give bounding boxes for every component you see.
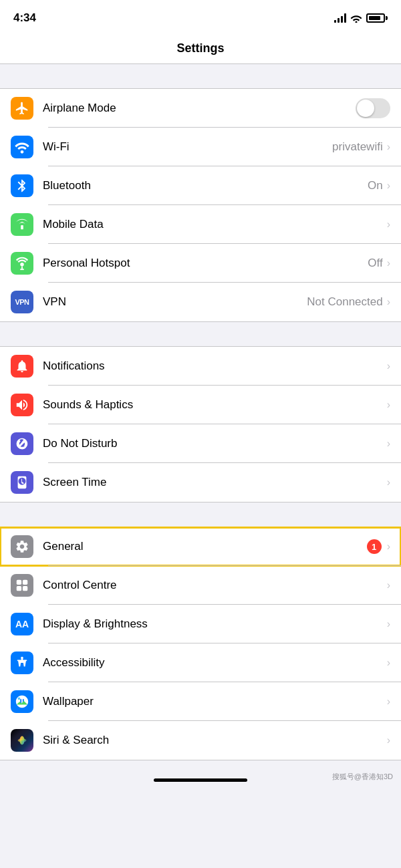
wifi-chevron: › xyxy=(387,141,390,153)
settings-item-siri-search[interactable]: Siri & Search › xyxy=(0,721,401,760)
bluetooth-chevron: › xyxy=(387,180,390,192)
group-notifications: Notifications › Sounds & Haptics › Do No… xyxy=(0,346,401,502)
vpn-value: Not Connected xyxy=(307,295,382,309)
wifi-icon xyxy=(11,136,33,158)
mobile-data-label: Mobile Data xyxy=(43,218,387,231)
settings-item-general[interactable]: General 1 › xyxy=(0,527,401,566)
status-icons xyxy=(334,13,388,23)
svg-rect-7 xyxy=(23,580,27,585)
mobile-data-chevron: › xyxy=(387,219,390,231)
bluetooth-icon xyxy=(11,174,33,197)
screen-time-chevron: › xyxy=(387,476,390,488)
wallpaper-chevron: › xyxy=(387,696,390,708)
bottom-area: 搜狐号@香港知3D xyxy=(0,760,401,787)
notifications-label: Notifications xyxy=(43,359,387,373)
svg-point-3 xyxy=(20,263,24,267)
settings-item-do-not-disturb[interactable]: Do Not Disturb › xyxy=(0,424,401,463)
signal-icon xyxy=(334,13,346,23)
accessibility-icon xyxy=(11,652,33,674)
display-brightness-chevron: › xyxy=(387,618,390,630)
settings-item-mobile-data[interactable]: Mobile Data › xyxy=(0,205,401,244)
notifications-chevron: › xyxy=(387,360,390,372)
personal-hotspot-value: Off xyxy=(368,257,382,270)
general-label: General xyxy=(43,540,367,553)
personal-hotspot-label: Personal Hotspot xyxy=(43,257,368,270)
settings-item-personal-hotspot[interactable]: Personal Hotspot Off › xyxy=(0,244,401,283)
siri-icon xyxy=(11,729,33,752)
section-gap-2 xyxy=(0,322,401,346)
hotspot-icon xyxy=(11,252,33,275)
dnd-label: Do Not Disturb xyxy=(43,437,387,450)
svg-rect-2 xyxy=(21,225,23,229)
vpn-icon: VPN xyxy=(11,291,33,313)
general-chevron: › xyxy=(387,541,390,553)
settings-item-bluetooth[interactable]: Bluetooth On › xyxy=(0,166,401,205)
settings-item-sounds-haptics[interactable]: Sounds & Haptics › xyxy=(0,386,401,424)
control-centre-label: Control Centre xyxy=(43,579,387,592)
settings-item-control-centre[interactable]: Control Centre › xyxy=(0,566,401,605)
bluetooth-label: Bluetooth xyxy=(43,179,368,192)
personal-hotspot-chevron: › xyxy=(387,257,390,269)
settings-item-wallpaper[interactable]: Wallpaper › xyxy=(0,682,401,721)
screen-time-icon xyxy=(11,471,33,494)
bluetooth-value: On xyxy=(368,179,383,192)
dnd-chevron: › xyxy=(387,438,390,450)
settings-item-vpn[interactable]: VPN VPN Not Connected › xyxy=(0,283,401,321)
svg-rect-8 xyxy=(17,586,21,591)
nav-bar: Settings xyxy=(0,33,401,64)
group-system: General 1 › Control Centre › AA Display … xyxy=(0,527,401,760)
sounds-haptics-label: Sounds & Haptics xyxy=(43,398,387,412)
siri-search-chevron: › xyxy=(387,734,390,746)
watermark: 搜狐号@香港知3D xyxy=(332,772,393,782)
mobile-data-icon xyxy=(11,213,33,236)
svg-rect-6 xyxy=(17,580,21,585)
status-time: 4:34 xyxy=(13,11,36,25)
status-bar: 4:34 xyxy=(0,0,401,33)
airplane-mode-toggle[interactable] xyxy=(356,98,390,118)
wifi-label: Wi-Fi xyxy=(43,140,332,154)
sounds-haptics-chevron: › xyxy=(387,399,390,411)
vpn-label: VPN xyxy=(43,295,307,309)
settings-item-wifi[interactable]: Wi-Fi privatewifi › xyxy=(0,128,401,166)
wifi-status-icon xyxy=(350,13,362,23)
vpn-chevron: › xyxy=(387,296,390,308)
wallpaper-label: Wallpaper xyxy=(43,695,387,708)
battery-icon xyxy=(366,13,388,23)
control-centre-chevron: › xyxy=(387,579,390,591)
settings-item-display-brightness[interactable]: AA Display & Brightness › xyxy=(0,605,401,643)
group-connectivity: Airplane Mode Wi-Fi privatewifi › Blueto… xyxy=(0,88,401,322)
general-badge: 1 xyxy=(367,539,382,554)
display-brightness-label: Display & Brightness xyxy=(43,617,387,631)
home-indicator xyxy=(154,778,247,782)
svg-point-0 xyxy=(356,21,358,23)
notifications-icon xyxy=(11,355,33,378)
screen-time-label: Screen Time xyxy=(43,476,387,489)
airplane-mode-icon xyxy=(11,97,33,120)
svg-point-1 xyxy=(21,150,24,154)
settings-item-screen-time[interactable]: Screen Time › xyxy=(0,463,401,502)
accessibility-label: Accessibility xyxy=(43,656,387,670)
settings-item-airplane-mode[interactable]: Airplane Mode xyxy=(0,89,401,128)
accessibility-chevron: › xyxy=(387,657,390,669)
page-title: Settings xyxy=(176,41,224,55)
settings-item-notifications[interactable]: Notifications › xyxy=(0,347,401,386)
svg-point-13 xyxy=(18,738,27,742)
display-brightness-icon: AA xyxy=(11,613,33,635)
sounds-haptics-icon xyxy=(11,394,33,416)
section-gap-1 xyxy=(0,64,401,88)
dnd-icon xyxy=(11,432,33,455)
wallpaper-icon xyxy=(11,690,33,713)
siri-search-label: Siri & Search xyxy=(43,734,387,747)
control-centre-icon xyxy=(11,574,33,597)
settings-item-accessibility[interactable]: Accessibility › xyxy=(0,643,401,682)
wifi-value: privatewifi xyxy=(332,140,383,154)
general-icon xyxy=(11,535,33,558)
airplane-mode-label: Airplane Mode xyxy=(43,102,356,115)
section-gap-3 xyxy=(0,502,401,527)
svg-rect-9 xyxy=(23,586,27,591)
svg-point-11 xyxy=(18,698,21,700)
